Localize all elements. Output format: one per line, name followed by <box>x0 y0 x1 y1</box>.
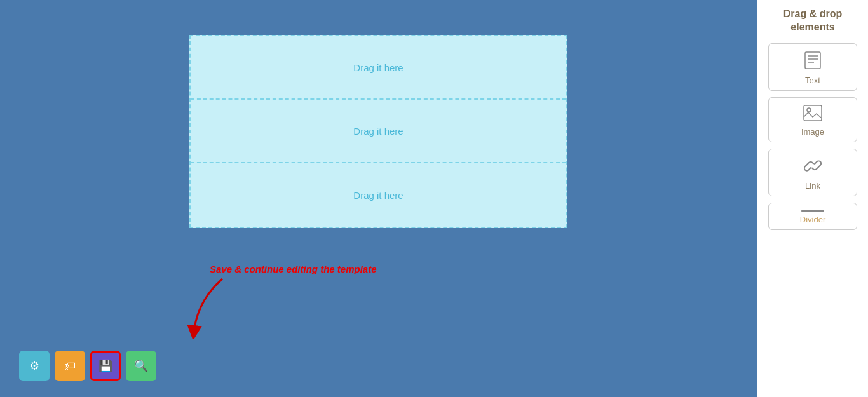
divider-element-label: Divider <box>800 215 825 224</box>
divider-element-icon <box>801 210 824 212</box>
drop-zone-3-label: Drag it here <box>353 190 403 201</box>
main-canvas: Drag it here Drag it here Drag it here S… <box>0 0 757 397</box>
drop-zone-2[interactable]: Drag it here <box>191 100 566 163</box>
save-button[interactable]: 💾 <box>90 351 121 381</box>
settings-button[interactable]: ⚙ <box>19 351 50 381</box>
svg-rect-1 <box>805 52 820 69</box>
drop-zones-container: Drag it here Drag it here Drag it here <box>189 35 567 228</box>
right-panel: Drag & drop elements Text Image <box>757 0 868 397</box>
image-element-icon <box>803 104 823 124</box>
text-element-icon <box>803 50 823 73</box>
annotation-arrow <box>184 276 235 339</box>
link-element-icon <box>803 156 823 178</box>
element-card-image[interactable]: Image <box>768 97 857 142</box>
bottom-toolbar: ⚙ 🏷 💾 🔍 <box>19 351 156 381</box>
image-element-label: Image <box>801 127 824 137</box>
annotation-text: Save & continue editing the template <box>210 264 377 274</box>
drop-zone-1[interactable]: Drag it here <box>191 36 566 100</box>
svg-rect-5 <box>804 105 822 121</box>
element-card-divider[interactable]: Divider <box>768 203 857 230</box>
zoom-icon: 🔍 <box>134 359 148 373</box>
text-element-label: Text <box>805 76 820 85</box>
panel-title: Drag & drop elements <box>763 8 863 34</box>
save-icon: 💾 <box>98 359 112 373</box>
drop-zone-1-label: Drag it here <box>353 62 403 73</box>
element-card-link[interactable]: Link <box>768 149 857 196</box>
drop-zone-2-label: Drag it here <box>353 126 403 137</box>
element-card-text[interactable]: Text <box>768 43 857 91</box>
tag-button[interactable]: 🏷 <box>55 351 85 381</box>
drop-zone-3[interactable]: Drag it here <box>191 163 566 227</box>
zoom-button[interactable]: 🔍 <box>126 351 156 381</box>
link-element-label: Link <box>805 181 820 191</box>
gear-icon: ⚙ <box>29 359 39 373</box>
annotation: Save & continue editing the template <box>184 264 377 339</box>
tag-icon: 🏷 <box>64 360 76 373</box>
